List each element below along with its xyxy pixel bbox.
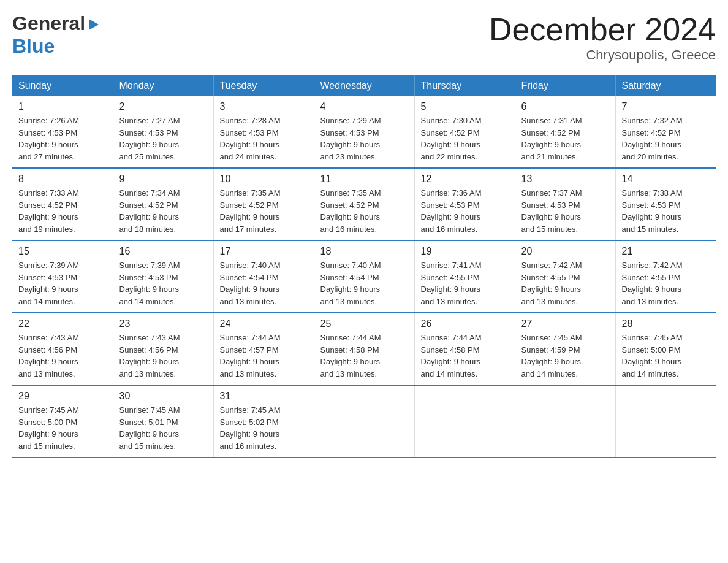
calendar-week-row: 22Sunrise: 7:43 AMSunset: 4:56 PMDayligh… (12, 313, 716, 385)
day-number: 25 (320, 318, 408, 329)
day-info: Sunrise: 7:32 AMSunset: 4:52 PMDaylight:… (622, 115, 710, 163)
logo-arrow-icon (86, 18, 100, 31)
table-row: 19Sunrise: 7:41 AMSunset: 4:55 PMDayligh… (414, 240, 515, 313)
calendar-week-row: 8Sunrise: 7:33 AMSunset: 4:52 PMDaylight… (12, 168, 716, 240)
table-row: 16Sunrise: 7:39 AMSunset: 4:53 PMDayligh… (113, 240, 213, 313)
table-row (515, 385, 615, 458)
day-number: 6 (521, 101, 609, 112)
day-number: 27 (521, 318, 609, 329)
logo-blue-text: Blue (12, 35, 55, 57)
table-row: 24Sunrise: 7:44 AMSunset: 4:57 PMDayligh… (213, 313, 314, 385)
day-info: Sunrise: 7:33 AMSunset: 4:52 PMDaylight:… (18, 187, 107, 235)
table-row: 12Sunrise: 7:36 AMSunset: 4:53 PMDayligh… (414, 168, 515, 240)
day-number: 21 (622, 246, 710, 257)
table-row: 4Sunrise: 7:29 AMSunset: 4:53 PMDaylight… (314, 96, 414, 168)
day-number: 11 (320, 174, 408, 185)
day-info: Sunrise: 7:30 AMSunset: 4:52 PMDaylight:… (421, 115, 509, 163)
page-header: General Blue December 2024 Chrysoupolis,… (12, 12, 716, 63)
header-monday: Monday (113, 75, 213, 96)
table-row (414, 385, 515, 458)
day-info: Sunrise: 7:29 AMSunset: 4:53 PMDaylight:… (320, 115, 408, 163)
header-tuesday: Tuesday (213, 75, 314, 96)
day-info: Sunrise: 7:35 AMSunset: 4:52 PMDaylight:… (220, 187, 308, 235)
table-row: 21Sunrise: 7:42 AMSunset: 4:55 PMDayligh… (615, 240, 716, 313)
day-number: 19 (421, 246, 509, 257)
table-row: 9Sunrise: 7:34 AMSunset: 4:52 PMDaylight… (113, 168, 213, 240)
table-row: 3Sunrise: 7:28 AMSunset: 4:53 PMDaylight… (213, 96, 314, 168)
day-info: Sunrise: 7:45 AMSunset: 5:00 PMDaylight:… (18, 404, 107, 452)
calendar-week-row: 29Sunrise: 7:45 AMSunset: 5:00 PMDayligh… (12, 385, 716, 458)
logo: General Blue (12, 12, 100, 58)
day-number: 10 (220, 174, 308, 185)
calendar-title: December 2024 (489, 12, 716, 47)
day-number: 4 (320, 101, 408, 112)
table-row: 28Sunrise: 7:45 AMSunset: 5:00 PMDayligh… (615, 313, 716, 385)
day-number: 5 (421, 101, 509, 112)
day-info: Sunrise: 7:34 AMSunset: 4:52 PMDaylight:… (119, 187, 207, 235)
table-row: 5Sunrise: 7:30 AMSunset: 4:52 PMDaylight… (414, 96, 515, 168)
day-info: Sunrise: 7:40 AMSunset: 4:54 PMDaylight:… (320, 259, 408, 307)
calendar-table: Sunday Monday Tuesday Wednesday Thursday… (12, 75, 716, 458)
table-row: 14Sunrise: 7:38 AMSunset: 4:53 PMDayligh… (615, 168, 716, 240)
header-friday: Friday (515, 75, 615, 96)
day-info: Sunrise: 7:37 AMSunset: 4:53 PMDaylight:… (521, 187, 609, 235)
day-info: Sunrise: 7:45 AMSunset: 5:01 PMDaylight:… (119, 404, 207, 452)
day-info: Sunrise: 7:45 AMSunset: 4:59 PMDaylight:… (521, 332, 609, 380)
day-number: 7 (622, 101, 710, 112)
table-row: 26Sunrise: 7:44 AMSunset: 4:58 PMDayligh… (414, 313, 515, 385)
table-row (615, 385, 716, 458)
day-info: Sunrise: 7:45 AMSunset: 5:00 PMDaylight:… (622, 332, 710, 380)
table-row: 6Sunrise: 7:31 AMSunset: 4:52 PMDaylight… (515, 96, 615, 168)
day-number: 13 (521, 174, 609, 185)
day-info: Sunrise: 7:31 AMSunset: 4:52 PMDaylight:… (521, 115, 609, 163)
day-info: Sunrise: 7:38 AMSunset: 4:53 PMDaylight:… (622, 187, 710, 235)
table-row: 7Sunrise: 7:32 AMSunset: 4:52 PMDaylight… (615, 96, 716, 168)
day-number: 30 (119, 391, 207, 402)
day-info: Sunrise: 7:44 AMSunset: 4:57 PMDaylight:… (220, 332, 308, 380)
day-number: 26 (421, 318, 509, 329)
day-info: Sunrise: 7:43 AMSunset: 4:56 PMDaylight:… (119, 332, 207, 380)
logo-general-text: General (12, 12, 85, 35)
day-number: 3 (220, 101, 308, 112)
calendar-week-row: 1Sunrise: 7:26 AMSunset: 4:53 PMDaylight… (12, 96, 716, 168)
table-row (314, 385, 414, 458)
svg-marker-0 (89, 19, 99, 30)
table-row: 10Sunrise: 7:35 AMSunset: 4:52 PMDayligh… (213, 168, 314, 240)
day-info: Sunrise: 7:36 AMSunset: 4:53 PMDaylight:… (421, 187, 509, 235)
day-number: 17 (220, 246, 308, 257)
day-number: 20 (521, 246, 609, 257)
table-row: 27Sunrise: 7:45 AMSunset: 4:59 PMDayligh… (515, 313, 615, 385)
table-row: 22Sunrise: 7:43 AMSunset: 4:56 PMDayligh… (12, 313, 113, 385)
day-number: 16 (119, 246, 207, 257)
calendar-subtitle: Chrysoupolis, Greece (489, 47, 716, 63)
table-row: 31Sunrise: 7:45 AMSunset: 5:02 PMDayligh… (213, 385, 314, 458)
day-info: Sunrise: 7:41 AMSunset: 4:55 PMDaylight:… (421, 259, 509, 307)
table-row: 20Sunrise: 7:42 AMSunset: 4:55 PMDayligh… (515, 240, 615, 313)
day-info: Sunrise: 7:39 AMSunset: 4:53 PMDaylight:… (119, 259, 207, 307)
table-row: 30Sunrise: 7:45 AMSunset: 5:01 PMDayligh… (113, 385, 213, 458)
day-number: 24 (220, 318, 308, 329)
day-number: 15 (18, 246, 107, 257)
table-row: 23Sunrise: 7:43 AMSunset: 4:56 PMDayligh… (113, 313, 213, 385)
day-info: Sunrise: 7:44 AMSunset: 4:58 PMDaylight:… (320, 332, 408, 380)
day-info: Sunrise: 7:45 AMSunset: 5:02 PMDaylight:… (220, 404, 308, 452)
day-info: Sunrise: 7:40 AMSunset: 4:54 PMDaylight:… (220, 259, 308, 307)
header-thursday: Thursday (414, 75, 515, 96)
day-number: 31 (220, 391, 308, 402)
header-wednesday: Wednesday (314, 75, 414, 96)
table-row: 15Sunrise: 7:39 AMSunset: 4:53 PMDayligh… (12, 240, 113, 313)
table-row: 11Sunrise: 7:35 AMSunset: 4:52 PMDayligh… (314, 168, 414, 240)
day-number: 9 (119, 174, 207, 185)
table-row: 1Sunrise: 7:26 AMSunset: 4:53 PMDaylight… (12, 96, 113, 168)
day-number: 14 (622, 174, 710, 185)
day-number: 22 (18, 318, 107, 329)
weekday-header-row: Sunday Monday Tuesday Wednesday Thursday… (12, 75, 716, 96)
table-row: 8Sunrise: 7:33 AMSunset: 4:52 PMDaylight… (12, 168, 113, 240)
day-number: 12 (421, 174, 509, 185)
day-info: Sunrise: 7:26 AMSunset: 4:53 PMDaylight:… (18, 115, 107, 163)
table-row: 2Sunrise: 7:27 AMSunset: 4:53 PMDaylight… (113, 96, 213, 168)
title-block: December 2024 Chrysoupolis, Greece (489, 12, 716, 63)
day-number: 18 (320, 246, 408, 257)
header-saturday: Saturday (615, 75, 716, 96)
table-row: 29Sunrise: 7:45 AMSunset: 5:00 PMDayligh… (12, 385, 113, 458)
